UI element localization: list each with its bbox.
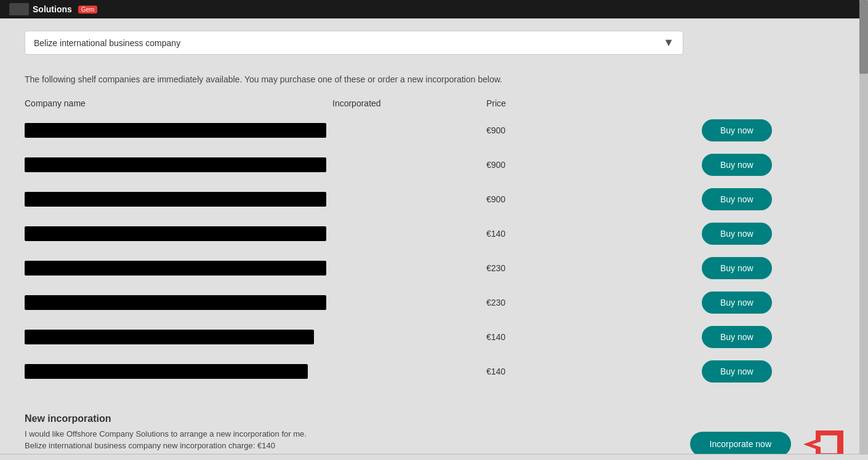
action-cell: Buy now [579, 154, 843, 176]
action-cell: Buy now [579, 223, 843, 245]
action-cell: Buy now [579, 257, 843, 279]
gem-badge: Gem [78, 6, 98, 14]
buy-now-button[interactable]: Buy now [702, 360, 772, 383]
table-row: €230 Buy now [25, 285, 843, 320]
shelf-companies-table: Company name Incorporated Price €900 Buy… [25, 98, 843, 389]
buy-now-button[interactable]: Buy now [702, 326, 772, 348]
company-name-cell [25, 192, 332, 207]
redacted-company-name [25, 192, 326, 207]
dropdown-selected-value: Belize international business company [34, 38, 180, 48]
price-cell: €140 [486, 229, 579, 239]
table-row: €140 Buy now [25, 320, 843, 354]
buy-now-button[interactable]: Buy now [702, 223, 772, 245]
redacted-company-name [25, 295, 326, 310]
table-row: €900 Buy now [25, 113, 843, 148]
chevron-down-icon: ▼ [663, 36, 674, 49]
new-incorporation-description: I would like Offshore Company Solutions … [25, 429, 690, 438]
logo-area: Solutions Gem [9, 3, 97, 15]
column-header-price: Price [486, 98, 579, 108]
redacted-company-name [25, 226, 326, 241]
buy-now-button[interactable]: Buy now [702, 154, 772, 176]
table-header: Company name Incorporated Price [25, 98, 843, 113]
action-cell: Buy now [579, 360, 843, 383]
redacted-company-name [25, 123, 326, 138]
table-row: €230 Buy now [25, 251, 843, 285]
company-name-cell [25, 123, 332, 138]
redacted-company-name [25, 261, 326, 276]
buy-now-button[interactable]: Buy now [702, 257, 772, 279]
column-header-company-name: Company name [25, 98, 332, 108]
scrollbar-track[interactable] [859, 0, 868, 460]
buy-now-button[interactable]: Buy now [702, 188, 772, 210]
new-incorporation-title: New incorporation [25, 413, 843, 424]
new-incorporation-charge: Belize international business company ne… [25, 441, 690, 450]
company-name-cell [25, 364, 332, 379]
price-cell: €230 [486, 263, 579, 273]
price-cell: €140 [486, 367, 579, 376]
logo-icon [9, 3, 29, 15]
main-content: Belize international business company ▼ … [0, 18, 868, 460]
redacted-company-name [25, 157, 326, 172]
action-cell: Buy now [579, 326, 843, 348]
buy-now-button[interactable]: Buy now [702, 291, 772, 314]
company-name-cell [25, 330, 332, 344]
company-name-cell [25, 226, 332, 241]
action-cell: Buy now [579, 188, 843, 210]
price-cell: €140 [486, 332, 579, 342]
table-row: €140 Buy now [25, 354, 843, 389]
column-header-action [579, 98, 843, 108]
redacted-company-name [25, 364, 308, 379]
table-row: €900 Buy now [25, 182, 843, 216]
scrollbar-thumb[interactable] [859, 0, 868, 74]
incorporate-now-button[interactable]: Incorporate now [690, 432, 791, 456]
price-cell: €230 [486, 298, 579, 307]
price-cell: €900 [486, 125, 579, 135]
column-header-incorporated: Incorporated [332, 98, 486, 108]
table-row: €140 Buy now [25, 216, 843, 251]
company-name-cell [25, 295, 332, 310]
action-cell: Buy now [579, 119, 843, 141]
table-row: €900 Buy now [25, 148, 843, 182]
price-cell: €900 [486, 194, 579, 204]
shelf-companies-description: The following shelf companies are immedi… [25, 73, 843, 86]
company-type-dropdown[interactable]: Belize international business company ▼ [25, 31, 683, 55]
bottom-bar [0, 454, 868, 460]
company-name-cell [25, 157, 332, 172]
company-name-cell [25, 261, 332, 276]
logo-text: Solutions [33, 4, 72, 14]
redacted-company-name [25, 330, 314, 344]
action-cell: Buy now [579, 291, 843, 314]
buy-now-button[interactable]: Buy now [702, 119, 772, 141]
new-incorporation-section: New incorporation I would like Offshore … [25, 407, 843, 459]
price-cell: €900 [486, 160, 579, 170]
header-bar: Solutions Gem [0, 0, 868, 18]
